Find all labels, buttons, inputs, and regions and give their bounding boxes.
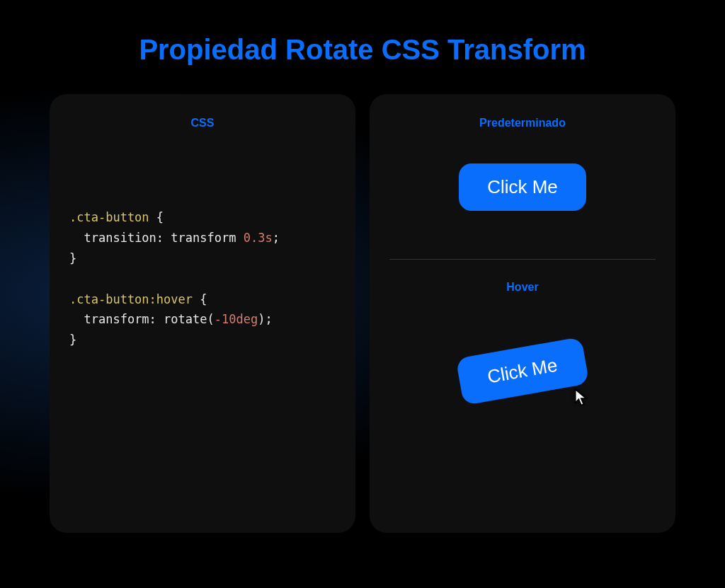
css-code-block: .cta-button { transition: transform 0.3s… [69, 144, 336, 350]
preview-card: Predeterminado Click Me Hover Click Me [370, 94, 675, 533]
css-card-label: CSS [69, 117, 336, 129]
code-selector: .cta-button [69, 210, 149, 224]
page-title: Propiedad Rotate CSS Transform [0, 0, 725, 94]
code-argument: -10deg [215, 312, 258, 326]
default-state-label: Predeterminado [479, 117, 566, 129]
code-function: rotate [164, 312, 207, 326]
hover-state-label: Hover [506, 281, 538, 294]
code-selector: .cta-button:hover [69, 292, 193, 306]
cta-button-default[interactable]: Click Me [459, 163, 586, 211]
hover-button-wrap: Click Me [459, 328, 586, 395]
cards-container: CSS .cta-button { transition: transform … [0, 94, 725, 533]
divider [389, 259, 656, 260]
code-duration: 0.3s [244, 231, 273, 245]
hover-state-preview: Hover Click Me [389, 281, 656, 409]
cursor-icon [572, 388, 592, 408]
code-property: transform [84, 312, 149, 326]
default-state-preview: Predeterminado Click Me [389, 117, 656, 246]
code-brace: { [200, 292, 207, 306]
css-code-card: CSS .cta-button { transition: transform … [50, 94, 355, 533]
code-brace: } [69, 251, 76, 265]
code-brace: { [156, 210, 164, 224]
code-value: transform [171, 231, 236, 245]
cta-button-hover[interactable]: Click Me [456, 337, 590, 405]
code-brace: } [69, 333, 76, 347]
code-property: transition [84, 231, 156, 245]
